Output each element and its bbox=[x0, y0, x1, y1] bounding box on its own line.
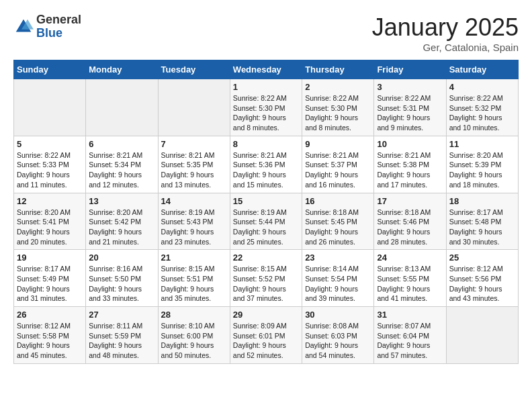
day-number: 10 bbox=[377, 139, 443, 149]
day-number: 4 bbox=[449, 82, 515, 92]
day-info: Sunrise: 8:19 AM Sunset: 5:44 PM Dayligh… bbox=[233, 208, 299, 247]
day-info: Sunrise: 8:18 AM Sunset: 5:45 PM Dayligh… bbox=[305, 208, 371, 247]
day-info: Sunrise: 8:17 AM Sunset: 5:49 PM Dayligh… bbox=[17, 264, 83, 304]
day-info: Sunrise: 8:12 AM Sunset: 5:58 PM Dayligh… bbox=[17, 321, 83, 361]
day-number: 24 bbox=[377, 253, 443, 263]
calendar-week-row: 19Sunrise: 8:17 AM Sunset: 5:49 PM Dayli… bbox=[14, 250, 519, 307]
weekday-header: Monday bbox=[86, 60, 158, 79]
day-number: 9 bbox=[305, 139, 371, 149]
calendar-cell: 8Sunrise: 8:21 AM Sunset: 5:36 PM Daylig… bbox=[230, 136, 302, 193]
calendar-cell: 1Sunrise: 8:22 AM Sunset: 5:30 PM Daylig… bbox=[230, 79, 302, 136]
calendar-cell: 20Sunrise: 8:16 AM Sunset: 5:50 PM Dayli… bbox=[86, 250, 158, 307]
calendar-cell: 22Sunrise: 8:15 AM Sunset: 5:52 PM Dayli… bbox=[230, 250, 302, 307]
calendar-cell: 12Sunrise: 8:20 AM Sunset: 5:41 PM Dayli… bbox=[14, 193, 86, 250]
day-info: Sunrise: 8:21 AM Sunset: 5:38 PM Dayligh… bbox=[377, 150, 443, 190]
day-number: 25 bbox=[449, 253, 515, 263]
logo-general-text: General bbox=[36, 13, 81, 27]
calendar-cell: 2Sunrise: 8:22 AM Sunset: 5:30 PM Daylig… bbox=[302, 79, 374, 136]
day-info: Sunrise: 8:15 AM Sunset: 5:52 PM Dayligh… bbox=[233, 264, 299, 304]
calendar-cell: 5Sunrise: 8:22 AM Sunset: 5:33 PM Daylig… bbox=[14, 136, 86, 193]
page-header: General Blue January 2025 Ger, Catalonia… bbox=[13, 13, 519, 53]
day-info: Sunrise: 8:12 AM Sunset: 5:56 PM Dayligh… bbox=[449, 264, 515, 304]
day-info: Sunrise: 8:10 AM Sunset: 6:00 PM Dayligh… bbox=[161, 321, 227, 361]
day-number: 5 bbox=[17, 139, 83, 149]
weekday-header: Tuesday bbox=[158, 60, 230, 79]
day-number: 23 bbox=[305, 253, 371, 263]
title-block: January 2025 Ger, Catalonia, Spain bbox=[372, 13, 519, 53]
calendar-cell: 9Sunrise: 8:21 AM Sunset: 5:37 PM Daylig… bbox=[302, 136, 374, 193]
calendar-table: SundayMondayTuesdayWednesdayThursdayFrid… bbox=[13, 60, 519, 364]
weekday-header: Sunday bbox=[14, 60, 86, 79]
location: Ger, Catalonia, Spain bbox=[372, 42, 519, 53]
calendar-cell: 24Sunrise: 8:13 AM Sunset: 5:55 PM Dayli… bbox=[374, 250, 446, 307]
day-info: Sunrise: 8:16 AM Sunset: 5:50 PM Dayligh… bbox=[89, 264, 154, 304]
calendar-cell bbox=[158, 79, 230, 136]
calendar-cell: 10Sunrise: 8:21 AM Sunset: 5:38 PM Dayli… bbox=[374, 136, 446, 193]
day-info: Sunrise: 8:15 AM Sunset: 5:51 PM Dayligh… bbox=[161, 264, 227, 304]
logo-icon bbox=[13, 17, 34, 37]
weekday-header: Saturday bbox=[446, 60, 518, 79]
calendar-cell: 15Sunrise: 8:19 AM Sunset: 5:44 PM Dayli… bbox=[230, 193, 302, 250]
calendar-cell: 28Sunrise: 8:10 AM Sunset: 6:00 PM Dayli… bbox=[158, 307, 230, 364]
day-info: Sunrise: 8:21 AM Sunset: 5:35 PM Dayligh… bbox=[161, 150, 227, 190]
calendar-cell: 29Sunrise: 8:09 AM Sunset: 6:01 PM Dayli… bbox=[230, 307, 302, 364]
calendar-cell: 3Sunrise: 8:22 AM Sunset: 5:31 PM Daylig… bbox=[374, 79, 446, 136]
calendar-cell: 21Sunrise: 8:15 AM Sunset: 5:51 PM Dayli… bbox=[158, 250, 230, 307]
day-number: 1 bbox=[233, 82, 299, 92]
calendar-cell: 31Sunrise: 8:07 AM Sunset: 6:04 PM Dayli… bbox=[374, 307, 446, 364]
day-info: Sunrise: 8:13 AM Sunset: 5:55 PM Dayligh… bbox=[377, 264, 443, 304]
day-info: Sunrise: 8:21 AM Sunset: 5:37 PM Dayligh… bbox=[305, 150, 371, 190]
calendar-cell: 18Sunrise: 8:17 AM Sunset: 5:48 PM Dayli… bbox=[446, 193, 518, 250]
calendar-cell: 16Sunrise: 8:18 AM Sunset: 5:45 PM Dayli… bbox=[302, 193, 374, 250]
calendar-cell bbox=[446, 307, 518, 364]
day-number: 6 bbox=[89, 139, 154, 149]
day-number: 11 bbox=[449, 139, 515, 149]
day-info: Sunrise: 8:22 AM Sunset: 5:30 PM Dayligh… bbox=[305, 93, 371, 133]
day-info: Sunrise: 8:20 AM Sunset: 5:41 PM Dayligh… bbox=[17, 208, 83, 247]
day-number: 8 bbox=[233, 139, 299, 149]
month-title: January 2025 bbox=[372, 13, 519, 42]
day-number: 30 bbox=[305, 310, 371, 320]
day-info: Sunrise: 8:21 AM Sunset: 5:36 PM Dayligh… bbox=[233, 150, 299, 190]
day-number: 27 bbox=[89, 310, 154, 320]
day-number: 14 bbox=[161, 196, 227, 206]
calendar-cell: 30Sunrise: 8:08 AM Sunset: 6:03 PM Dayli… bbox=[302, 307, 374, 364]
weekday-header: Thursday bbox=[302, 60, 374, 79]
calendar-week-row: 12Sunrise: 8:20 AM Sunset: 5:41 PM Dayli… bbox=[14, 193, 519, 250]
day-info: Sunrise: 8:09 AM Sunset: 6:01 PM Dayligh… bbox=[233, 321, 299, 361]
day-info: Sunrise: 8:19 AM Sunset: 5:43 PM Dayligh… bbox=[161, 208, 227, 247]
day-number: 21 bbox=[161, 253, 227, 263]
calendar-week-row: 26Sunrise: 8:12 AM Sunset: 5:58 PM Dayli… bbox=[14, 307, 519, 364]
day-number: 19 bbox=[17, 253, 83, 263]
day-number: 3 bbox=[377, 82, 443, 92]
weekday-header: Friday bbox=[374, 60, 446, 79]
day-info: Sunrise: 8:07 AM Sunset: 6:04 PM Dayligh… bbox=[377, 321, 443, 361]
calendar-week-row: 5Sunrise: 8:22 AM Sunset: 5:33 PM Daylig… bbox=[14, 136, 519, 193]
day-number: 18 bbox=[449, 196, 515, 206]
calendar-cell: 4Sunrise: 8:22 AM Sunset: 5:32 PM Daylig… bbox=[446, 79, 518, 136]
logo: General Blue bbox=[13, 13, 81, 40]
day-number: 2 bbox=[305, 82, 371, 92]
calendar-cell bbox=[86, 79, 158, 136]
calendar-cell: 7Sunrise: 8:21 AM Sunset: 5:35 PM Daylig… bbox=[158, 136, 230, 193]
calendar-cell: 17Sunrise: 8:18 AM Sunset: 5:46 PM Dayli… bbox=[374, 193, 446, 250]
day-info: Sunrise: 8:14 AM Sunset: 5:54 PM Dayligh… bbox=[305, 264, 371, 304]
day-info: Sunrise: 8:08 AM Sunset: 6:03 PM Dayligh… bbox=[305, 321, 371, 361]
day-info: Sunrise: 8:18 AM Sunset: 5:46 PM Dayligh… bbox=[377, 208, 443, 247]
calendar-cell: 6Sunrise: 8:21 AM Sunset: 5:34 PM Daylig… bbox=[86, 136, 158, 193]
day-number: 28 bbox=[161, 310, 227, 320]
calendar-header-row: SundayMondayTuesdayWednesdayThursdayFrid… bbox=[14, 60, 519, 79]
day-info: Sunrise: 8:20 AM Sunset: 5:42 PM Dayligh… bbox=[89, 208, 154, 247]
day-info: Sunrise: 8:11 AM Sunset: 5:59 PM Dayligh… bbox=[89, 321, 154, 361]
calendar-cell: 11Sunrise: 8:20 AM Sunset: 5:39 PM Dayli… bbox=[446, 136, 518, 193]
day-number: 13 bbox=[89, 196, 154, 206]
day-info: Sunrise: 8:17 AM Sunset: 5:48 PM Dayligh… bbox=[449, 208, 515, 247]
calendar-cell: 13Sunrise: 8:20 AM Sunset: 5:42 PM Dayli… bbox=[86, 193, 158, 250]
day-info: Sunrise: 8:22 AM Sunset: 5:31 PM Dayligh… bbox=[377, 93, 443, 133]
logo-blue-text: Blue bbox=[36, 27, 81, 40]
calendar-week-row: 1Sunrise: 8:22 AM Sunset: 5:30 PM Daylig… bbox=[14, 79, 519, 136]
day-number: 20 bbox=[89, 253, 154, 263]
calendar-cell: 26Sunrise: 8:12 AM Sunset: 5:58 PM Dayli… bbox=[14, 307, 86, 364]
day-number: 26 bbox=[17, 310, 83, 320]
day-info: Sunrise: 8:22 AM Sunset: 5:32 PM Dayligh… bbox=[449, 93, 515, 133]
